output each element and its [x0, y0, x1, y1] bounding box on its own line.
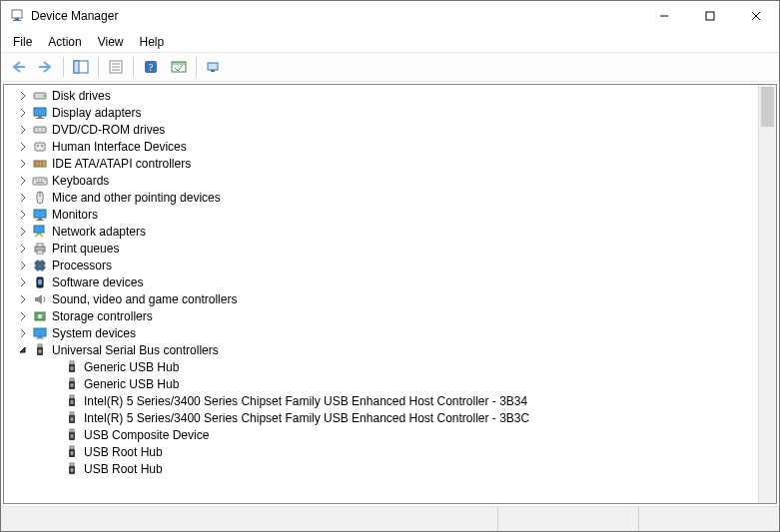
tree-item-usb-root-hub[interactable]: USB Root Hub: [6, 460, 758, 477]
expand-icon[interactable]: [16, 123, 30, 137]
tree-item-disk-drives[interactable]: Disk drives: [6, 87, 758, 104]
tree-item-label: Generic USB Hub: [84, 360, 179, 374]
status-panel-middle: [498, 507, 639, 531]
minimize-button[interactable]: [641, 1, 687, 31]
svg-rect-42: [38, 218, 42, 220]
svg-rect-43: [36, 220, 44, 221]
expand-icon[interactable]: [16, 326, 30, 340]
tree-item-keyboards[interactable]: Keyboards: [6, 172, 758, 189]
monitor-icon: [32, 207, 48, 223]
tree-item-label: Monitors: [52, 208, 98, 222]
sound-icon: [32, 291, 48, 307]
svg-rect-82: [70, 412, 74, 415]
svg-rect-59: [38, 279, 42, 284]
tree-item-label: Mice and other pointing devices: [52, 191, 221, 205]
system-icon: [32, 325, 48, 341]
tree-item-print-queues[interactable]: Print queues: [6, 240, 758, 257]
tree-item-universal-serial-bus-controllers[interactable]: Universal Serial Bus controllers: [6, 341, 758, 358]
collapse-icon[interactable]: [16, 343, 30, 357]
tree-item-software-devices[interactable]: Software devices: [6, 273, 758, 290]
usb-icon: [64, 427, 80, 443]
svg-rect-38: [41, 179, 43, 181]
back-button[interactable]: [5, 55, 31, 79]
tree-item-mice-and-other-pointing-devices[interactable]: Mice and other pointing devices: [6, 189, 758, 206]
tree-item-intel-r-5-series-3400-series-chipset-fam[interactable]: Intel(R) 5 Series/3400 Series Chipset Fa…: [6, 409, 758, 426]
svg-rect-70: [70, 361, 74, 364]
tree-item-usb-root-hub[interactable]: USB Root Hub: [6, 443, 758, 460]
scrollbar-thumb[interactable]: [761, 87, 774, 127]
tree-item-network-adapters[interactable]: Network adapters: [6, 223, 758, 240]
tree-item-display-adapters[interactable]: Display adapters: [6, 104, 758, 121]
usb-icon: [64, 376, 80, 392]
expand-icon[interactable]: [16, 292, 30, 306]
expand-icon[interactable]: [16, 275, 30, 289]
menu-help[interactable]: Help: [132, 33, 173, 51]
printer-icon: [32, 241, 48, 257]
expand-icon[interactable]: [16, 191, 30, 205]
device-tree[interactable]: Disk drivesDisplay adaptersDVD/CD-ROM dr…: [4, 85, 758, 503]
status-bar: [1, 506, 779, 531]
svg-rect-37: [38, 179, 40, 181]
expand-icon[interactable]: [16, 157, 30, 171]
tree-item-generic-usb-hub[interactable]: Generic USB Hub: [6, 358, 758, 375]
tree-item-storage-controllers[interactable]: Storage controllers: [6, 307, 758, 324]
usb-icon: [64, 461, 80, 477]
properties-button[interactable]: [103, 55, 129, 79]
tree-item-label: Human Interface Devices: [52, 140, 187, 154]
svg-rect-41: [34, 210, 46, 218]
tree-item-system-devices[interactable]: System devices: [6, 324, 758, 341]
svg-rect-78: [70, 395, 74, 398]
menu-view[interactable]: View: [90, 33, 132, 51]
show-hidden-devices-button[interactable]: [201, 55, 227, 79]
svg-rect-48: [37, 251, 43, 254]
expand-icon[interactable]: [16, 259, 30, 272]
svg-rect-34: [33, 178, 47, 185]
tree-item-sound-video-and-game-controllers[interactable]: Sound, video and game controllers: [6, 290, 758, 307]
usb-icon: [64, 410, 80, 426]
tree-item-intel-r-5-series-3400-series-chipset-fam[interactable]: Intel(R) 5 Series/3400 Series Chipset Fa…: [6, 392, 758, 409]
tree-item-monitors[interactable]: Monitors: [6, 206, 758, 223]
vertical-scrollbar[interactable]: [758, 85, 776, 503]
tree-item-label: Sound, video and game controllers: [52, 292, 237, 306]
tree-item-label: Network adapters: [52, 225, 146, 239]
status-panel-left: [1, 507, 498, 531]
tree-item-label: System devices: [52, 326, 136, 340]
expand-icon[interactable]: [16, 174, 30, 188]
ide-icon: [32, 156, 48, 172]
help-button[interactable]: ?: [138, 55, 164, 79]
maximize-button[interactable]: [687, 1, 733, 31]
tree-item-label: Disk drives: [52, 89, 111, 103]
tree-item-processors[interactable]: Processors: [6, 257, 758, 273]
toolbar: ?: [1, 53, 779, 82]
scan-hardware-button[interactable]: [166, 55, 192, 79]
title-bar[interactable]: Device Manager: [1, 1, 779, 31]
forward-button[interactable]: [33, 55, 59, 79]
expand-icon[interactable]: [16, 89, 30, 103]
show-hide-console-tree-button[interactable]: [68, 55, 94, 79]
svg-rect-1: [15, 18, 19, 20]
expand-icon[interactable]: [16, 242, 30, 256]
tree-item-label: Intel(R) 5 Series/3400 Series Chipset Fa…: [84, 411, 529, 425]
expand-icon[interactable]: [16, 225, 30, 239]
tree-item-human-interface-devices[interactable]: Human Interface Devices: [6, 138, 758, 155]
hid-icon: [32, 139, 48, 155]
menu-action[interactable]: Action: [40, 33, 89, 51]
processor-icon: [32, 258, 48, 273]
expand-icon[interactable]: [16, 106, 30, 120]
close-button[interactable]: [733, 1, 779, 31]
expand-icon[interactable]: [16, 140, 30, 154]
svg-rect-90: [70, 446, 74, 449]
svg-point-62: [44, 313, 45, 314]
tree-item-usb-composite-device[interactable]: USB Composite Device: [6, 426, 758, 443]
tree-item-dvd-cd-rom-drives[interactable]: DVD/CD-ROM drives: [6, 121, 758, 138]
svg-rect-39: [44, 179, 46, 181]
svg-point-26: [39, 129, 40, 130]
mouse-icon: [32, 190, 48, 206]
menu-file[interactable]: File: [5, 33, 40, 51]
svg-rect-23: [36, 118, 44, 119]
expand-icon[interactable]: [16, 309, 30, 323]
usb-icon: [64, 393, 80, 409]
expand-icon[interactable]: [16, 208, 30, 222]
tree-item-generic-usb-hub[interactable]: Generic USB Hub: [6, 375, 758, 392]
tree-item-ide-ata-atapi-controllers[interactable]: IDE ATA/ATAPI controllers: [6, 155, 758, 172]
